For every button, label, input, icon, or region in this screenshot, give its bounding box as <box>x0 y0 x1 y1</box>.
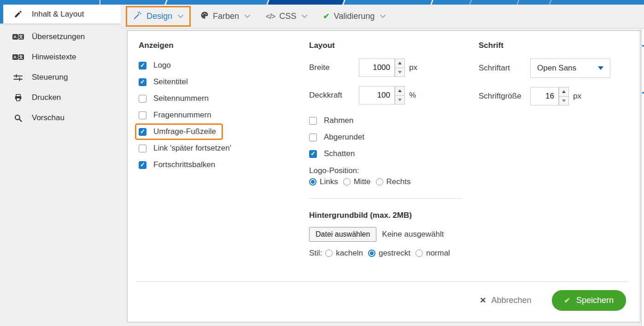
schriftart-select[interactable]: Open Sans <box>530 58 610 78</box>
footer-actions: ✕ Abbrechen ✔ Speichern <box>477 290 626 311</box>
tab-label: CSS <box>279 12 296 21</box>
checkbox-checked-icon[interactable]: ✓ <box>139 161 146 169</box>
radio-label: Rechts <box>386 177 411 186</box>
screen: Inhalt & LayoutA文ÜbersetzungenA文Hinweist… <box>0 0 644 326</box>
tab-design[interactable]: Design <box>126 6 191 27</box>
schriftgroesse-increment-button[interactable] <box>559 87 569 97</box>
checkbox-link-spaeter-fortsetzen[interactable]: Link 'später fortsetzen' <box>136 141 237 155</box>
tab-label: Design <box>146 12 172 21</box>
scrollbar[interactable] <box>641 29 644 326</box>
checkbox-abgerundet[interactable]: Abgerundet <box>307 130 370 144</box>
radio-label: gestreckt <box>379 249 410 258</box>
deckkraft-spinner <box>395 86 405 105</box>
sidebar-item-hinweistexte[interactable]: A文Hinweistexte <box>0 47 121 67</box>
deckkraft-increment-button[interactable] <box>395 86 405 96</box>
radio-links[interactable]: Links <box>309 177 338 186</box>
footer-divider <box>137 281 629 282</box>
radio-selected-icon[interactable] <box>368 250 375 257</box>
tab-css[interactable]: </>CSS <box>266 12 307 21</box>
checkbox-unchecked-icon[interactable] <box>139 95 146 103</box>
chevron-down-icon <box>380 14 386 18</box>
sidebar-item-drucken[interactable]: Drucken <box>0 87 121 108</box>
deckkraft-decrement-button[interactable] <box>395 96 405 105</box>
checkbox-logo[interactable]: ✓Logo <box>136 58 176 72</box>
progress-current-segment <box>267 0 344 5</box>
schriftgroesse-decrement-button[interactable] <box>559 97 569 106</box>
logo-position-radios: LinksMitteRechts <box>309 177 462 186</box>
checkbox-label: Umfrage-Fußzeile <box>153 127 216 136</box>
tab-farben[interactable]: Farben <box>200 11 250 22</box>
sidebar-item-label: Übersetzungen <box>32 32 85 41</box>
scrollbar-tick <box>642 92 644 93</box>
checkbox-fortschrittsbalken[interactable]: ✓Fortschrittsbalken <box>136 158 221 172</box>
hintergrundbild-file-row: Datei auswählen Keine ausgewählt <box>309 227 462 242</box>
radio-unselected-icon[interactable] <box>416 250 423 257</box>
checkbox-unchecked-icon[interactable] <box>139 111 146 119</box>
radio-normal[interactable]: normal <box>416 249 450 258</box>
layout-options: RahmenAbgerundet✓Schatten <box>309 114 462 161</box>
abbrechen-button[interactable]: ✕ Abbrechen <box>477 295 534 306</box>
schriftart-value: Open Sans <box>537 64 576 73</box>
breite-label: Breite <box>309 63 359 72</box>
sidebar-item-vorschau[interactable]: Vorschau <box>0 108 121 128</box>
radio-unselected-icon[interactable] <box>376 178 383 186</box>
checkbox-checked-icon[interactable]: ✓ <box>309 150 317 158</box>
breite-decrement-button[interactable] <box>395 68 405 77</box>
segment-separator <box>100 0 100 5</box>
breite-unit: px <box>409 63 417 72</box>
radio-label: Mitte <box>354 177 371 186</box>
sidebar-item-inhalt-layout[interactable]: Inhalt & Layout <box>0 5 121 24</box>
sidebar-item-steuerung[interactable]: Steuerung <box>0 67 121 87</box>
checkbox-checked-icon[interactable]: ✓ <box>139 62 146 70</box>
checkbox-seitennummern[interactable]: Seitennummern <box>136 92 214 105</box>
radio-unselected-icon[interactable] <box>325 250 333 257</box>
sidebar-item-label: Hinweistexte <box>32 52 76 62</box>
radio-selected-icon[interactable] <box>309 178 316 186</box>
breite-input[interactable] <box>359 58 395 77</box>
sidebar-item-uebersetzungen[interactable]: A文Übersetzungen <box>0 27 121 47</box>
tab-list: DesignFarben</>CSS✔Validierung <box>121 6 401 27</box>
arrow-up-icon <box>562 90 566 93</box>
radio-gestreckt[interactable]: gestreckt <box>368 249 410 258</box>
speichern-button[interactable]: ✔ Speichern <box>552 290 626 311</box>
layout-section: Layout Breite px Deckkraft <box>309 41 462 258</box>
chevron-down-icon <box>302 14 307 18</box>
radio-rechts[interactable]: Rechts <box>376 177 411 186</box>
radio-unselected-icon[interactable] <box>343 178 351 186</box>
checkbox-checked-icon[interactable]: ✓ <box>139 128 146 136</box>
deckkraft-unit: % <box>409 91 416 100</box>
sliders-icon <box>12 74 24 82</box>
translate-icon: A文 <box>12 34 24 40</box>
radio-label: kacheln <box>336 249 363 258</box>
checkbox-schatten[interactable]: ✓Schatten <box>307 147 360 161</box>
tab-label: Farben <box>213 12 239 21</box>
checkbox-fragennummern[interactable]: Fragennummern <box>136 108 217 122</box>
checkbox-unchecked-icon[interactable] <box>309 117 317 125</box>
schriftgroesse-spinner <box>559 87 569 105</box>
close-icon: ✕ <box>480 296 486 305</box>
breite-increment-button[interactable] <box>395 58 405 68</box>
checkbox-unchecked-icon[interactable] <box>139 145 146 152</box>
deckkraft-field: Deckkraft % <box>309 86 462 105</box>
checkbox-label: Rahmen <box>324 116 353 125</box>
tab-validierung[interactable]: ✔Validierung <box>323 12 386 21</box>
checkbox-rahmen[interactable]: Rahmen <box>307 114 359 128</box>
datei-auswaehlen-button[interactable]: Datei auswählen <box>309 227 376 242</box>
checkbox-label: Fragennummern <box>153 111 211 120</box>
printer-icon <box>12 93 24 102</box>
checkbox-seitentitel[interactable]: ✓Seitentitel <box>136 75 193 89</box>
check-icon: ✔ <box>323 12 329 21</box>
layout-heading: Layout <box>309 41 462 50</box>
palette-icon <box>200 11 209 22</box>
deckkraft-input[interactable] <box>359 86 395 105</box>
sidebar: Inhalt & LayoutA文ÜbersetzungenA文Hinweist… <box>0 5 121 326</box>
checkbox-unchecked-icon[interactable] <box>309 134 317 141</box>
radio-mitte[interactable]: Mitte <box>343 177 371 186</box>
design-settings-panel: Anzeigen ✓Logo✓SeitentitelSeitennummernF… <box>127 30 640 322</box>
checkbox-umfrage-fusszeile[interactable]: ✓Umfrage-Fußzeile <box>136 125 222 139</box>
radio-kacheln[interactable]: kacheln <box>325 249 363 258</box>
toolbar: DesignFarben</>CSS✔Validierung <box>121 5 644 29</box>
checkbox-checked-icon[interactable]: ✓ <box>139 78 146 86</box>
dropdown-triangle-icon <box>598 66 603 70</box>
schriftgroesse-input[interactable] <box>530 87 559 105</box>
